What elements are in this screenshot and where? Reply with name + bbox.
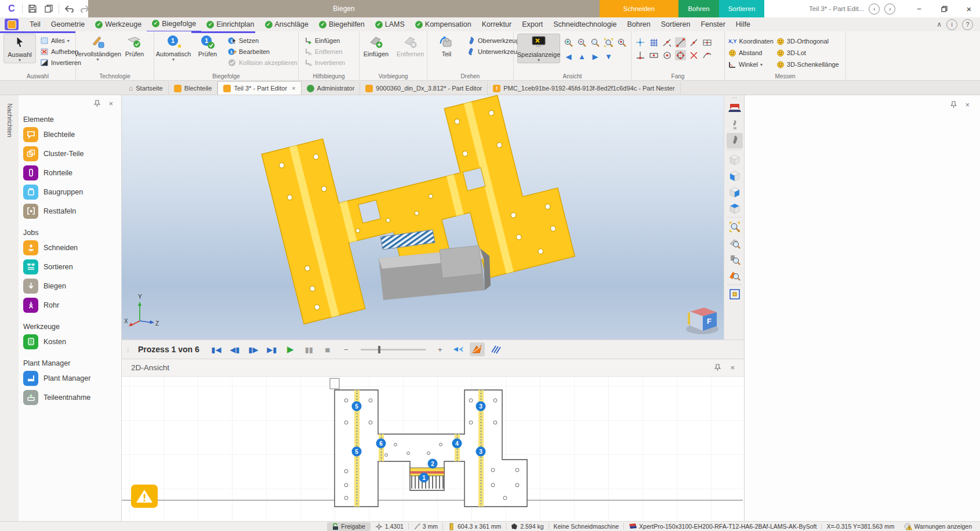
upper-tool-small-icon[interactable] <box>727 117 743 132</box>
snap-rectangle-icon[interactable] <box>648 50 659 60</box>
cube-side-icon[interactable] <box>727 184 743 200</box>
kollision-akzeptieren-button[interactable]: Kollision akzeptieren <box>226 57 299 68</box>
menu-teil[interactable]: Teil <box>24 17 46 31</box>
sidebar-item-sortieren[interactable]: Sortieren <box>19 257 121 276</box>
vervollstaendigen-button[interactable]: Vervollständigen ▾ <box>79 34 116 62</box>
toolbar-drag-handle[interactable]: ⋯ <box>724 95 745 100</box>
close-panel-icon[interactable]: × <box>730 364 735 371</box>
snap-tangent-icon[interactable] <box>702 50 713 60</box>
biegefolge-pruefen-button[interactable]: 1 Prüfen <box>192 34 223 58</box>
sidebar-item-cluster-teile[interactable]: Cluster-Teile <box>19 144 121 163</box>
zoom-bend-icon[interactable] <box>727 268 743 283</box>
collision-display-toggle[interactable] <box>451 342 466 356</box>
hilfsbiegung-invertieren-button[interactable]: Invertieren <box>302 57 347 68</box>
menu-bohren[interactable]: Bohren <box>622 17 655 31</box>
schenkellaenge-3d-button[interactable]: 3D-Schenkellänge <box>776 59 839 70</box>
zoom-in-icon[interactable] <box>563 37 574 48</box>
vorbiegung-einfuegen-button[interactable]: Einfügen <box>361 34 392 58</box>
hatching-toggle[interactable] <box>488 342 503 356</box>
sidebar-item-biegen[interactable]: Biegen <box>19 276 121 295</box>
tab-teil3-part-editor[interactable]: Teil 3* - Part Editor × <box>217 81 301 95</box>
menu-werkzeuge[interactable]: ✓Werkzeuge <box>90 17 147 31</box>
spezialanzeige-button[interactable]: Spezialanzeige ▾ <box>517 34 560 63</box>
pan-down-icon[interactable]: ▼ <box>603 51 614 62</box>
technologie-pruefen-button[interactable]: Prüfen <box>119 34 150 58</box>
warnings-status[interactable]: Warnungen anzeigen <box>899 523 980 530</box>
hilfsbiegung-entfernen-button[interactable]: Entfernen <box>302 46 347 57</box>
menu-lams[interactable]: ✓LAMS <box>370 17 410 31</box>
thickness-status[interactable]: 3 mm <box>409 523 442 530</box>
abstand-button[interactable]: Abstand <box>728 48 774 58</box>
pause-button[interactable]: ▮▮ <box>302 343 317 356</box>
pan-up-icon[interactable]: ▲ <box>576 51 587 62</box>
machine-icon[interactable] <box>727 100 743 116</box>
vorbiegung-entfernen-button[interactable]: Entfernen <box>395 34 426 58</box>
warning-button[interactable] <box>131 485 158 508</box>
zoom-tool-icon[interactable] <box>727 251 743 267</box>
sidebar-item-kosten[interactable]: Kosten <box>19 332 121 351</box>
nav-forward-icon[interactable]: › <box>884 3 895 15</box>
menu-geometrie[interactable]: Geometrie <box>46 17 90 31</box>
speed-slider[interactable] <box>361 349 426 351</box>
sidebar-item-teileentnahme[interactable]: Teileentnahme <box>19 388 121 407</box>
pan-left-icon[interactable]: ◀ <box>563 51 574 62</box>
panel-2d-canvas[interactable]: 53564321 <box>122 377 743 521</box>
tab-9000360-part-editor[interactable]: 9000360_din_Dx_3.812* - Part Editor <box>360 82 488 95</box>
hilfsbiegung-einfuegen-button[interactable]: Einfügen <box>302 35 347 46</box>
slider-handle[interactable] <box>378 346 380 353</box>
sidebar-item-rohrteile[interactable]: Rohrteile <box>19 163 121 182</box>
close-panel-icon[interactable]: × <box>108 100 113 107</box>
collapse-ribbon-icon[interactable]: ∧ <box>937 20 942 28</box>
snap-perpendicular-icon[interactable] <box>635 50 646 60</box>
menu-sortieren[interactable]: Sortieren <box>656 17 696 31</box>
maximize-button[interactable] <box>934 0 954 17</box>
sidebar-item-blechteile[interactable]: Blechteile <box>19 125 121 144</box>
zoom-selection-icon[interactable] <box>616 37 627 48</box>
menu-export[interactable]: Export <box>517 17 548 31</box>
menu-anschlaege[interactable]: ✓Anschläge <box>260 17 314 31</box>
job-tab-sortieren[interactable]: Sortieren <box>719 0 764 17</box>
pin-icon[interactable] <box>714 364 721 371</box>
orthogonal-3d-button[interactable]: 3D-Orthogonal <box>776 36 839 46</box>
snap-grid-icon[interactable] <box>648 37 659 48</box>
job-tab-schneiden[interactable]: Schneiden <box>600 0 678 17</box>
tab-blechteile[interactable]: Blechteile <box>169 82 218 95</box>
app-logo[interactable]: C <box>5 3 19 14</box>
help-icon[interactable]: ? <box>962 19 973 30</box>
previous-process-button[interactable]: ◀▮ <box>227 343 242 356</box>
menu-fenster[interactable]: Fenster <box>695 17 730 31</box>
close-button[interactable]: × <box>959 0 979 17</box>
app-menu-button[interactable] <box>5 19 19 30</box>
drag-handle[interactable]: ⋮ <box>125 346 131 353</box>
teil-drehen-button[interactable]: Teil <box>431 34 462 58</box>
menu-einrichtplan[interactable]: ✓Einrichtplan <box>201 17 259 31</box>
menu-biegehilfen[interactable]: ✓Biegehilfen <box>314 17 370 31</box>
menu-hilfe[interactable]: Hilfe <box>731 17 756 31</box>
automatisch-button[interactable]: 1★ Automatisch ▾ <box>158 34 189 62</box>
material-status[interactable]: 1.4301 <box>371 523 408 530</box>
sidebar-item-plant-manager[interactable]: Plant Manager <box>19 369 121 388</box>
copy-icon[interactable] <box>42 2 55 15</box>
snap-endpoint-icon[interactable] <box>675 37 686 48</box>
frame-zoom-icon[interactable] <box>727 286 743 302</box>
snap-quadrant-icon[interactable] <box>675 50 686 60</box>
pin-icon[interactable] <box>950 101 957 109</box>
nachrichten-tab[interactable]: Nachrichten <box>5 103 13 138</box>
sidebar-item-schneiden[interactable]: Schneiden <box>19 238 121 257</box>
upper-tool-large-icon[interactable] <box>727 133 743 149</box>
bearbeiten-button[interactable]: 1 Bearbeiten <box>226 46 299 57</box>
snap-table-icon[interactable] <box>702 37 713 48</box>
winkel-button[interactable]: Winkel ▾ <box>728 59 774 70</box>
snap-center-icon[interactable] <box>662 50 673 60</box>
speed-plus-button[interactable]: + <box>433 343 448 356</box>
freigabe-status[interactable]: Freigabe <box>327 522 369 531</box>
job-tab-bohren[interactable]: Bohren <box>678 0 719 17</box>
speed-minus-button[interactable]: − <box>339 343 354 356</box>
minimize-button[interactable]: – <box>909 0 929 17</box>
pan-right-icon[interactable]: ▶ <box>590 51 601 62</box>
tab-startseite[interactable]: ⌂ Startseite <box>124 82 169 95</box>
orientation-cube[interactable]: F <box>686 308 718 334</box>
lot-3d-button[interactable]: 3D-Lot <box>776 48 839 58</box>
first-process-button[interactable]: ▮◀ <box>209 343 224 356</box>
nav-back-icon[interactable]: ‹ <box>869 3 880 15</box>
